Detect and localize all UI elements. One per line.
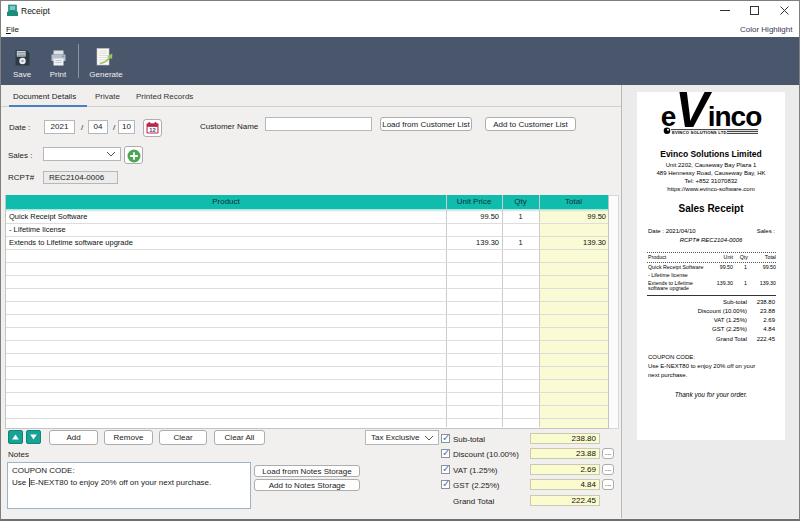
svg-text:EVINCO SOLUTIONS LTD: EVINCO SOLUTIONS LTD bbox=[672, 130, 727, 135]
svg-text:12: 12 bbox=[149, 127, 155, 133]
